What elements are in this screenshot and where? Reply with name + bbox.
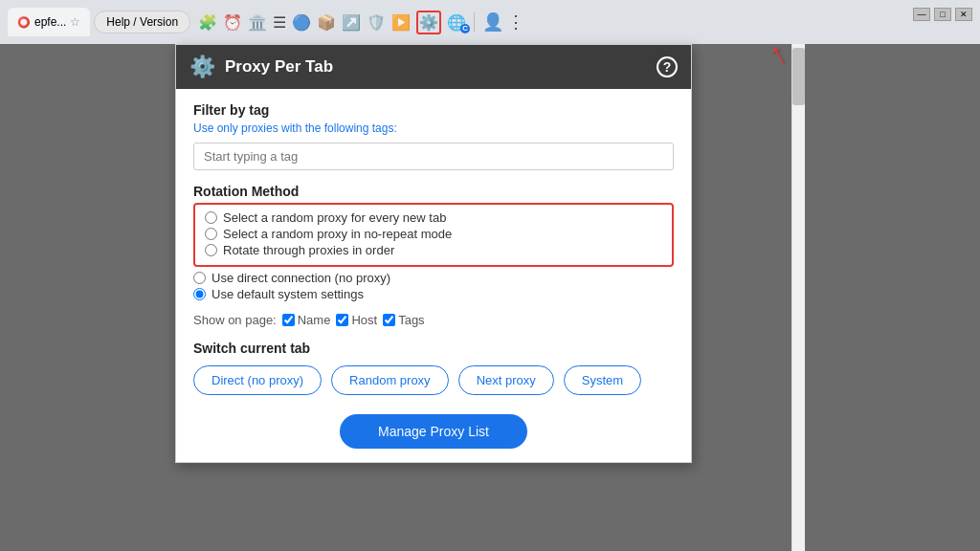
panel-header: ⚙️ Proxy Per Tab ? xyxy=(176,45,691,89)
switch-section: Switch current tab Direct (no proxy) Ran… xyxy=(193,341,674,395)
radio-random-new-tab-input[interactable] xyxy=(205,211,217,224)
radio-random-no-repeat-label: Select a random proxy in no-repeat mode xyxy=(223,227,452,241)
switch-buttons-row: Direct (no proxy) Random proxy Next prox… xyxy=(193,365,674,395)
extensions-icon[interactable]: 🧩 xyxy=(198,13,217,32)
filter-subtitle: Use only proxies with the following tags… xyxy=(193,121,674,135)
list-icon[interactable]: ☰ xyxy=(273,13,286,32)
radio-random-new-tab-label: Select a random proxy for every new tab xyxy=(223,210,446,225)
tab-favicon: ⭕ xyxy=(17,16,31,29)
radio-direct-connection[interactable]: Use direct connection (no proxy) xyxy=(193,271,674,285)
profile-icon[interactable]: 👤 xyxy=(482,11,503,33)
panel-body: Filter by tag Use only proxies with the … xyxy=(176,89,691,462)
show-tags-checkbox[interactable] xyxy=(383,314,395,326)
chrome-icon-container: 🌐 C xyxy=(447,13,466,32)
browser-tab[interactable]: ⭕ epfe... ☆ xyxy=(8,8,90,36)
show-name-label[interactable]: Name xyxy=(282,313,331,327)
shield-icon[interactable]: 🛡️ xyxy=(367,13,386,32)
radio-direct-input[interactable] xyxy=(193,272,206,284)
radio-default-system[interactable]: Use default system settings xyxy=(193,287,674,301)
switch-title: Switch current tab xyxy=(193,341,674,356)
rotation-title: Rotation Method xyxy=(193,184,674,199)
radio-system-input[interactable] xyxy=(193,288,206,300)
minimize-button[interactable]: — xyxy=(913,8,930,21)
filter-section: Filter by tag Use only proxies with the … xyxy=(193,102,674,184)
manage-proxy-list-button[interactable]: Manage Proxy List xyxy=(340,414,527,449)
toolbar-icons: 🧩 ⏰ 🏛️ ☰ 🔵 📦 ↗️ 🛡️ ▶️ ⚙️ 🌐 C xyxy=(198,11,466,34)
window-controls: — □ ✕ xyxy=(913,8,972,21)
bookmark-icon[interactable]: ☆ xyxy=(70,15,80,29)
rotation-boxed-options: Select a random proxy for every new tab … xyxy=(193,203,674,267)
system-button[interactable]: System xyxy=(564,365,641,395)
filter-title: Filter by tag xyxy=(193,102,674,118)
radio-random-no-repeat-input[interactable] xyxy=(205,228,217,240)
direct-no-proxy-button[interactable]: Direct (no proxy) xyxy=(193,365,322,395)
tab-label: epfe... xyxy=(34,15,66,29)
show-tags-label[interactable]: Tags xyxy=(383,313,424,327)
manage-btn-container: Manage Proxy List xyxy=(193,414,674,449)
show-name-checkbox[interactable] xyxy=(282,314,295,326)
menu-dots-icon[interactable]: ⋮ xyxy=(507,11,524,33)
play-icon[interactable]: ▶️ xyxy=(391,13,411,32)
radio-random-new-tab[interactable]: Select a random proxy for every new tab xyxy=(205,210,662,225)
panel-title: Proxy Per Tab xyxy=(225,57,647,77)
proxy-icon[interactable]: ⚙️ xyxy=(416,11,441,34)
scrollbar-thumb[interactable] xyxy=(792,48,805,105)
show-host-checkbox[interactable] xyxy=(336,314,348,326)
arrow-icon[interactable]: ↗️ xyxy=(342,13,361,32)
radio-system-label: Use default system settings xyxy=(212,287,364,301)
close-button[interactable]: ✕ xyxy=(955,8,972,21)
circle-icon[interactable]: 🔵 xyxy=(292,13,311,32)
popup-panel: ⚙️ Proxy Per Tab ? Filter by tag Use onl… xyxy=(175,44,692,463)
radio-random-no-repeat[interactable]: Select a random proxy in no-repeat mode xyxy=(205,227,662,241)
show-host-label[interactable]: Host xyxy=(336,313,377,327)
help-version-button[interactable]: Help / Version xyxy=(94,11,190,33)
toolbar-separator xyxy=(474,12,475,32)
chrome-badge: C xyxy=(460,24,470,33)
show-on-page-label: Show on page: xyxy=(193,313,277,327)
random-proxy-button[interactable]: Random proxy xyxy=(331,365,449,395)
rotation-section: Rotation Method Select a random proxy fo… xyxy=(193,184,674,301)
radio-direct-label: Use direct connection (no proxy) xyxy=(212,271,390,285)
radio-rotate-order-label: Rotate through proxies in order xyxy=(223,243,394,257)
scrollbar-track[interactable] xyxy=(791,44,805,551)
show-on-page-row: Show on page: Name Host Tags xyxy=(193,313,674,327)
radio-rotate-order[interactable]: Rotate through proxies in order xyxy=(205,243,662,257)
browser-chrome: ⭕ epfe... ☆ Help / Version 🧩 ⏰ 🏛️ ☰ 🔵 📦 … xyxy=(0,0,980,44)
maximize-button[interactable]: □ xyxy=(934,8,951,21)
clock-icon[interactable]: ⏰ xyxy=(223,13,242,32)
panel-help-button[interactable]: ? xyxy=(657,56,678,77)
next-proxy-button[interactable]: Next proxy xyxy=(458,365,554,395)
box-icon[interactable]: 📦 xyxy=(317,13,336,32)
panel-logo-icon: ⚙️ xyxy=(189,55,215,79)
radio-rotate-order-input[interactable] xyxy=(205,244,217,256)
tag-input[interactable] xyxy=(193,143,674,170)
safe-icon[interactable]: 🏛️ xyxy=(248,13,267,32)
